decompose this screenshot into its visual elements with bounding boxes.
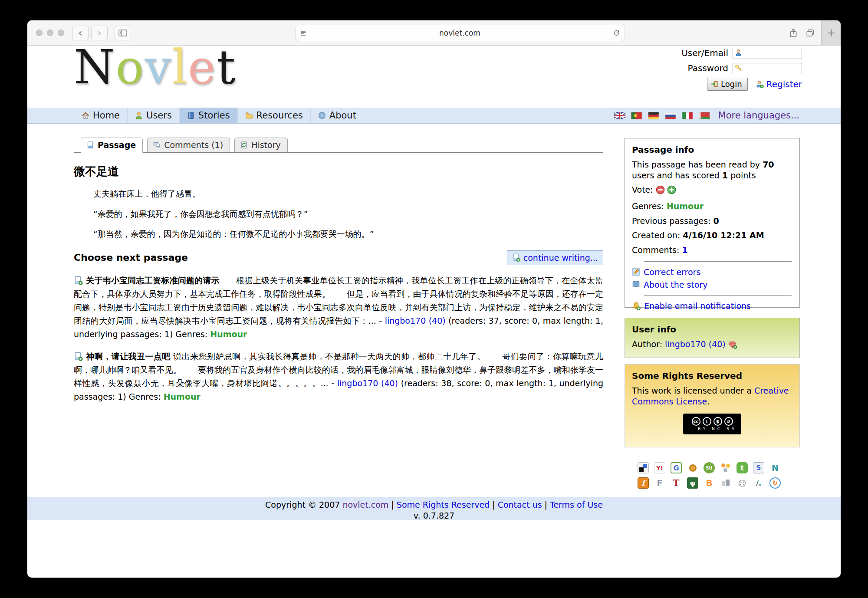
vote-down-icon[interactable] [656,185,665,197]
cc-by-icon: i [703,417,711,426]
author-link[interactable]: lingbo170 (40) [665,339,726,349]
previous-passages-row: Previous passages: 0 [632,216,792,227]
enable-email-notifications-link[interactable]: Enable email notifications [644,301,751,311]
social-furl-icon[interactable] [638,477,649,489]
social-tailrank-icon[interactable] [671,477,682,489]
flag-italy-icon[interactable] [682,112,693,119]
passage-paragraph: “那当然，亲爱的，因为你是知道的：任何微不足道的小事我都要哭一场的。” [93,228,603,240]
social-folkd-icon[interactable] [720,477,731,489]
nav-item-users[interactable]: Users [128,108,180,123]
user-icon [735,49,742,56]
social-stumbleupon-icon[interactable] [704,462,715,473]
page-icon [86,141,94,149]
flag-belarus-icon[interactable] [699,112,710,119]
novlet-logo[interactable]: Novlet [74,38,236,96]
author-link[interactable]: lingbo170 (40) [385,316,446,325]
user-email-field[interactable] [733,48,802,59]
next-passage-item: 关于韦小宝同志工资标准问题的请示 根据上级关于机关事业单位长工资的指示精神，我单… [74,274,603,341]
cc-badge-labels: BY NC SA [698,427,737,431]
window-controls [36,30,64,36]
separator: | [490,500,497,509]
minimize-button[interactable] [47,30,53,36]
nav-item-stories[interactable]: Stories [180,108,238,123]
flag-russia-icon[interactable] [665,112,676,119]
nav-item-about[interactable]: i About [311,108,364,123]
social-technorati-icon[interactable] [736,462,748,473]
register-link[interactable]: Register [756,79,802,89]
flag-portugal-icon[interactable] [631,112,642,119]
social-slashdot-icon[interactable] [753,477,764,489]
social-reddit-icon[interactable] [736,477,748,489]
flag-uk-icon[interactable] [614,112,625,119]
correct-errors-link[interactable]: Correct errors [644,267,700,277]
genre-value: Humour [164,392,201,401]
zoom-button[interactable] [58,30,64,36]
cc-nc-icon: $ [713,417,722,426]
social-netvibes-icon[interactable] [769,462,781,473]
genres-row: Genres: Humour [632,201,792,212]
about-story-row: About the story [632,280,792,289]
passage-body: 丈夫躺在床上，他得了感冒。 “亲爱的，如果我死了，你会因想念我而感到有点忧郁吗？… [74,188,603,240]
page-add-icon[interactable] [74,352,83,361]
logo-letter: l [172,40,188,94]
stories-icon [187,112,195,119]
user-info-heading: User info [632,324,792,335]
text: points [728,171,756,180]
more-languages-link[interactable]: More languages... [718,110,799,121]
passage-info-box: Passage info This passage has been read … [625,138,800,308]
login-button[interactable]: Login [707,78,748,91]
correct-errors-row: Correct errors [632,267,792,277]
comments-count-link[interactable]: 1 [682,245,687,255]
social-blinklist-icon[interactable] [704,477,715,489]
reader-view-icon[interactable] [300,30,307,36]
author-link[interactable]: lingbo170 (40) [337,378,398,388]
nav-item-home[interactable]: Home [74,108,128,123]
share-icon[interactable] [789,28,798,38]
new-tab-button[interactable] [821,20,841,45]
passage-tab-bar: Passage Comments (1) History [74,137,603,153]
vote-row: Vote: [632,184,792,197]
version-text: v. 0.7.827 [27,511,841,520]
tab-overview-icon[interactable] [806,29,815,37]
about-story-link[interactable]: About the story [644,280,707,289]
continue-writing-button[interactable]: continue writing... [507,250,603,265]
next-passage-title: 关于韦小宝同志工资标准问题的请示 [86,276,220,285]
address-bar[interactable]: novlet.com [295,25,625,41]
login-door-icon [711,80,718,88]
cc-license-badge[interactable]: cc i $ ↺ BY NC SA [683,414,741,434]
gem-add-icon[interactable] [728,341,737,352]
cc-sa-icon: ↺ [724,417,733,426]
page-add-icon[interactable] [74,276,83,285]
terms-of-use-link[interactable]: Terms of Use [550,500,603,509]
social-yahoo-myweb-icon[interactable] [654,462,665,473]
close-button[interactable] [36,30,43,36]
social-delicious-icon[interactable] [638,462,649,473]
contact-us-link[interactable]: Contact us [498,500,542,509]
password-field[interactable] [733,63,802,74]
flag-germany-icon[interactable] [648,112,659,119]
tab-comments[interactable]: Comments (1) [147,138,230,153]
text: users and has scored [632,171,722,180]
social-google-bookmarks-icon[interactable] [671,462,682,473]
social-simpy-icon[interactable] [769,477,781,489]
nav-item-resources[interactable]: Resources [238,108,311,123]
social-fark-icon[interactable] [654,477,665,489]
social-newsvine-icon[interactable] [687,477,698,489]
novlet-site-link[interactable]: novlet.com [342,500,388,509]
social-squidoo-icon[interactable] [687,462,698,473]
some-rights-reserved-link[interactable]: Some Rights Reserved [397,500,490,509]
social-spurl-icon[interactable] [753,462,764,473]
divider [644,261,792,262]
continue-writing-label: continue writing... [523,253,598,263]
next-passage-item: 神啊，请让我丑一点吧 说出来您别妒忌啊，其实我长得真是帅，不是那种一天两天的帅，… [74,350,603,404]
social-friendfeed-icon[interactable] [720,462,731,473]
tab-history[interactable]: History [234,138,288,153]
choose-next-passage-heading: Choose next passage [74,252,188,263]
vote-up-icon[interactable] [667,185,676,197]
tab-passage[interactable]: Passage [81,138,143,153]
reload-icon[interactable] [613,29,620,36]
author-label: Author: [632,339,665,349]
login-button-label: Login [721,79,742,89]
nav-label: Resources [256,110,303,121]
cc-by-label: BY [698,427,708,431]
